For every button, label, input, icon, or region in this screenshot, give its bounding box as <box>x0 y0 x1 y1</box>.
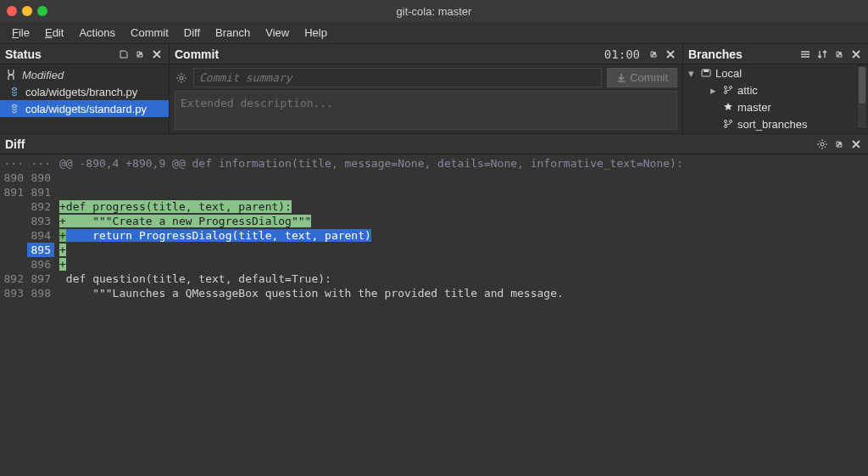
disclosure-triangle-icon[interactable]: ▸ <box>710 84 719 97</box>
menu-actions[interactable]: Actions <box>72 24 122 42</box>
diff-code: """Launches a QMessageBox question with … <box>54 286 868 300</box>
svg-point-3 <box>725 87 727 89</box>
close-icon[interactable] <box>849 48 863 61</box>
menu-commit[interactable]: Commit <box>124 24 175 42</box>
diff-body[interactable]: ······@@ -890,4 +890,9 @@ def informatio… <box>0 154 868 476</box>
status-header: Status <box>0 44 169 64</box>
gutter-old: ··· <box>0 156 27 171</box>
disclosure-triangle-icon[interactable]: ▾ <box>688 67 697 80</box>
menu-help[interactable]: Help <box>298 24 334 42</box>
status-file-1[interactable]: cola/widgets/standard.py <box>0 100 169 117</box>
branches-local[interactable]: ▾ Local <box>683 64 868 81</box>
detach-icon[interactable] <box>832 137 846 151</box>
menu-file[interactable]: File <box>5 24 36 42</box>
diff-pane: Diff ······@@ -890,4 +890,9 @@ def infor… <box>0 134 868 476</box>
commit-description-input[interactable] <box>175 91 677 130</box>
diff-code: + return ProgressDialog(title, text, par… <box>54 228 868 243</box>
commit-button[interactable]: Commit <box>607 68 677 87</box>
gear-icon[interactable] <box>815 137 829 151</box>
star-icon <box>722 101 734 113</box>
hamburger-icon[interactable] <box>798 48 812 61</box>
commit-summary-input[interactable] <box>193 68 602 87</box>
gutter-old <box>0 199 27 214</box>
status-file-label: cola/widgets/branch.py <box>25 86 137 98</box>
status-group-modified[interactable]: Modified <box>0 66 169 83</box>
gutter-old <box>0 214 27 228</box>
diff-code: + <box>54 257 868 272</box>
svg-point-0 <box>180 76 183 80</box>
status-tree[interactable]: Modified cola/widgets/branch.py cola/wid… <box>0 64 169 133</box>
menu-branch[interactable]: Branch <box>209 24 257 42</box>
file-icon <box>8 86 20 98</box>
top-panes: Status Modified col <box>0 44 868 134</box>
zoom-window-button[interactable] <box>37 6 47 16</box>
minimize-window-button[interactable] <box>22 6 32 16</box>
title-bar: git-cola: master <box>0 0 868 22</box>
close-icon[interactable] <box>664 48 677 61</box>
diff-code <box>54 171 868 185</box>
diff-line[interactable]: 893+ """Create a new ProgressDialog""" <box>0 214 868 228</box>
branch-item-master[interactable]: master <box>683 98 868 115</box>
branches-scrollbar[interactable] <box>857 65 867 129</box>
branch-item-attic[interactable]: ▸ attic <box>683 81 868 98</box>
diff-line[interactable]: 893898 """Launches a QMessageBox questio… <box>0 286 868 300</box>
gutter-new: ··· <box>27 156 54 171</box>
branch-item-sort[interactable]: sort_branches <box>683 115 868 132</box>
branches-tree[interactable]: ▾ Local ▸ attic master <box>683 64 868 133</box>
detach-icon[interactable] <box>832 48 846 61</box>
gutter-old: 891 <box>0 185 27 199</box>
commit-pane: Commit 01:00 Commit <box>170 44 683 133</box>
branch-label: attic <box>737 84 758 97</box>
commit-title: Commit <box>175 48 219 61</box>
commit-header: Commit 01:00 <box>170 44 682 64</box>
diff-line[interactable]: ······@@ -890,4 +890,9 @@ def informatio… <box>0 156 868 171</box>
status-add-icon[interactable] <box>116 48 130 61</box>
detach-icon[interactable] <box>133 48 147 61</box>
close-icon[interactable] <box>849 137 863 151</box>
gutter-old <box>0 228 27 243</box>
branch-label: sort_branches <box>737 118 807 131</box>
commit-options-icon[interactable] <box>175 71 188 85</box>
diff-line[interactable]: 892897 def question(title, text, default… <box>0 272 868 286</box>
menu-edit[interactable]: Edit <box>38 24 70 42</box>
detach-icon[interactable] <box>647 48 660 61</box>
download-icon <box>616 73 626 83</box>
diff-line[interactable]: 892+def progress(title, text, parent): <box>0 199 868 214</box>
gutter-new: 895 <box>27 243 54 257</box>
branches-header: Branches <box>683 44 868 64</box>
scrollbar-thumb[interactable] <box>859 67 865 104</box>
diff-line[interactable]: 896+ <box>0 257 868 272</box>
gutter-old <box>0 243 27 257</box>
disk-icon <box>700 67 712 79</box>
commit-body: Commit <box>170 64 682 133</box>
close-icon[interactable] <box>150 48 164 61</box>
diff-code: def question(title, text, default=True): <box>54 272 868 286</box>
diff-line[interactable]: 894+ return ProgressDialog(title, text, … <box>0 228 868 243</box>
diff-line[interactable]: 895+ <box>0 243 868 257</box>
gutter-new: 893 <box>27 214 54 228</box>
gutter-new: 896 <box>27 257 54 272</box>
branch-item-partial[interactable]: status_widget_options <box>683 132 868 133</box>
branches-title: Branches <box>688 48 743 61</box>
branches-pane: Branches ▾ Local <box>683 44 868 133</box>
branch-label: master <box>737 101 771 114</box>
commit-button-label: Commit <box>630 71 668 84</box>
diff-code: @@ -890,4 +890,9 @@ def information(titl… <box>54 156 868 171</box>
status-file-0[interactable]: cola/widgets/branch.py <box>0 83 169 100</box>
gutter-old: 892 <box>0 272 27 286</box>
branch-icon <box>722 118 734 130</box>
svg-point-6 <box>725 120 727 123</box>
menu-view[interactable]: View <box>259 24 296 42</box>
window-controls <box>0 6 47 16</box>
gutter-new: 898 <box>27 286 54 300</box>
diff-line[interactable]: 890890 <box>0 171 868 185</box>
menu-diff[interactable]: Diff <box>177 24 207 42</box>
sort-icon[interactable] <box>815 48 829 61</box>
diff-code: + <box>54 243 868 257</box>
gutter-new: 891 <box>27 185 54 199</box>
svg-point-4 <box>730 87 732 89</box>
svg-point-12 <box>821 143 824 146</box>
close-window-button[interactable] <box>7 6 17 16</box>
gutter-new: 897 <box>27 272 54 286</box>
diff-line[interactable]: 891891 <box>0 185 868 199</box>
